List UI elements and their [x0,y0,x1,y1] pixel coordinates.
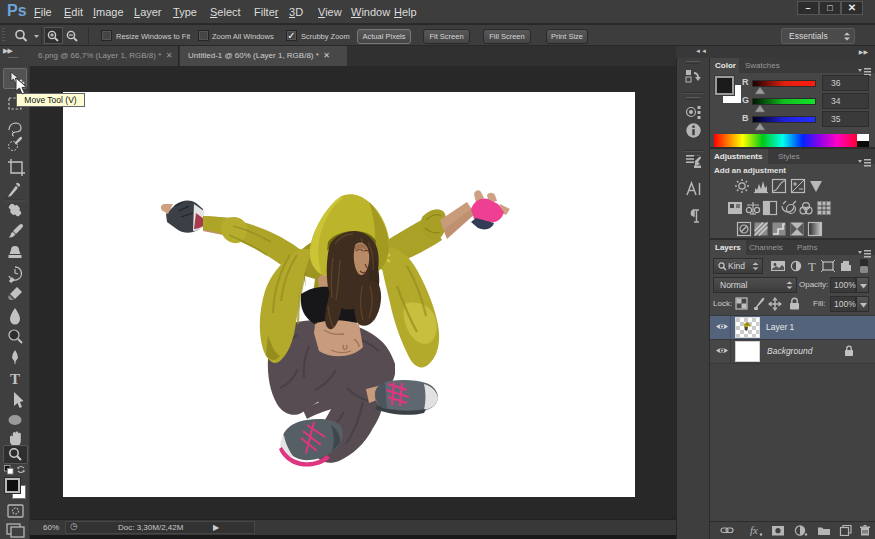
svg-text:T: T [10,371,20,387]
svg-text:T: T [808,259,816,274]
svg-text:fx: fx [750,524,758,536]
